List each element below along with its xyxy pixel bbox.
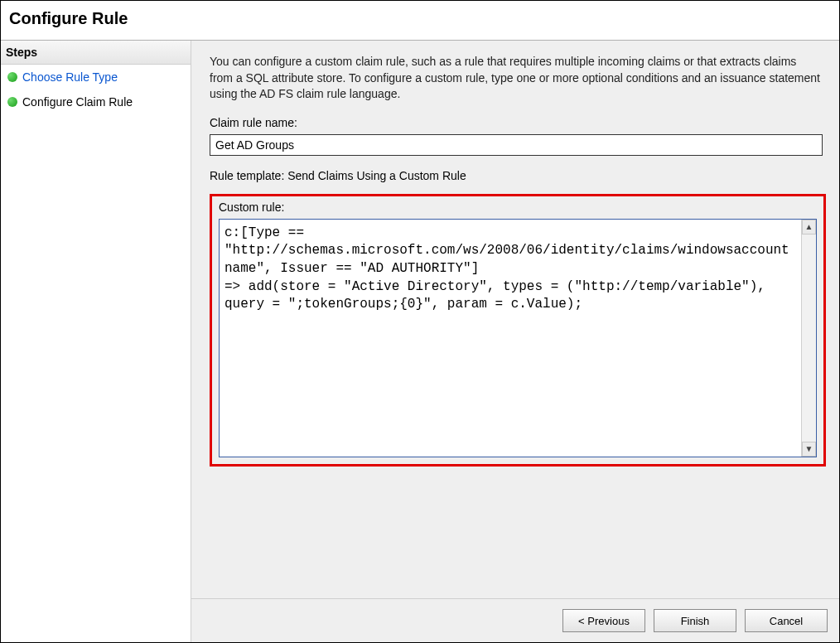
window-title: Configure Rule xyxy=(1,1,839,41)
step-bullet-icon xyxy=(7,97,17,107)
step-configure-claim-rule[interactable]: Configure Claim Rule xyxy=(1,89,191,114)
cancel-button[interactable]: Cancel xyxy=(745,609,828,632)
step-choose-rule-type[interactable]: Choose Rule Type xyxy=(1,65,191,89)
button-bar: < Previous Finish Cancel xyxy=(191,598,839,642)
step-label: Choose Rule Type xyxy=(22,70,118,84)
steps-pane: Steps Choose Rule Type Configure Claim R… xyxy=(1,41,191,642)
rule-template-label: Rule template: Send Claims Using a Custo… xyxy=(210,169,826,182)
scroll-up-icon[interactable]: ▲ xyxy=(802,220,816,234)
custom-rule-textarea[interactable] xyxy=(220,220,801,457)
scroll-down-icon[interactable]: ▼ xyxy=(802,442,816,457)
custom-rule-label: Custom rule: xyxy=(219,201,817,214)
main-content: You can configure a custom claim rule, s… xyxy=(191,41,839,598)
step-bullet-icon xyxy=(7,72,17,82)
custom-rule-highlight: Custom rule: ▲ ▼ xyxy=(210,194,826,467)
scrollbar[interactable]: ▲ ▼ xyxy=(801,220,816,457)
dialog-body: Steps Choose Rule Type Configure Claim R… xyxy=(1,41,839,642)
rule-description: You can configure a custom claim rule, s… xyxy=(210,54,823,103)
previous-button[interactable]: < Previous xyxy=(562,609,645,632)
finish-button[interactable]: Finish xyxy=(654,609,736,632)
steps-heading: Steps xyxy=(1,41,191,65)
main-pane: You can configure a custom claim rule, s… xyxy=(191,41,839,642)
rule-name-label: Claim rule name: xyxy=(210,116,826,129)
rule-name-input[interactable] xyxy=(210,134,823,156)
custom-rule-container: ▲ ▼ xyxy=(219,219,817,457)
step-label: Configure Claim Rule xyxy=(22,95,133,109)
